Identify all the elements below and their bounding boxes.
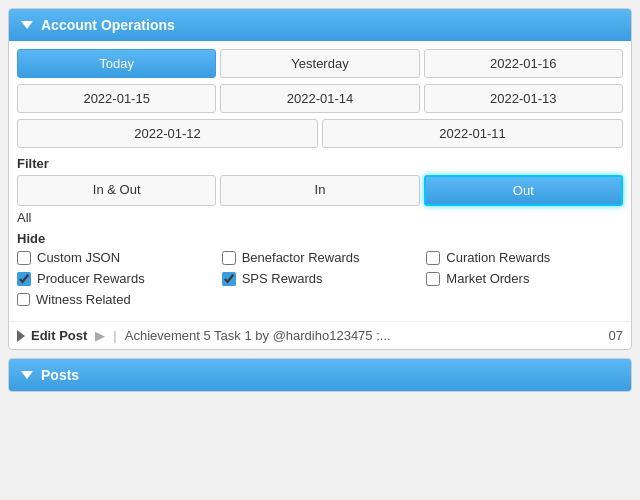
checkbox-sps-rewards[interactable] — [222, 272, 236, 286]
posts-title: Posts — [41, 367, 79, 383]
hide-sps-rewards-label: SPS Rewards — [242, 271, 323, 286]
hide-producer-rewards[interactable]: Producer Rewards — [17, 271, 214, 286]
hide-items-grid: Custom JSON Benefactor Rewards Curation … — [17, 250, 623, 286]
expand-icon[interactable] — [17, 330, 25, 342]
hide-custom-json[interactable]: Custom JSON — [17, 250, 214, 265]
account-operations-header: Account Operations — [9, 9, 631, 41]
hide-benefactor-rewards[interactable]: Benefactor Rewards — [222, 250, 419, 265]
filter-label: Filter — [17, 156, 623, 171]
account-operations-title: Account Operations — [41, 17, 175, 33]
hide-benefactor-rewards-label: Benefactor Rewards — [242, 250, 360, 265]
edit-post-row: Edit Post ▶ | Achievement 5 Task 1 by @h… — [9, 321, 631, 349]
edit-post-achievement: Achievement 5 Task 1 by @hardiho123475 :… — [125, 328, 601, 343]
date-yesterday[interactable]: Yesterday — [220, 49, 419, 78]
account-operations-content: Today Yesterday 2022-01-16 2022-01-15 20… — [9, 41, 631, 321]
hide-curation-rewards[interactable]: Curation Rewards — [426, 250, 623, 265]
edit-post-divider: ▶ — [95, 328, 105, 343]
date-2022-01-15[interactable]: 2022-01-15 — [17, 84, 216, 113]
date-2022-01-14[interactable]: 2022-01-14 — [220, 84, 419, 113]
hide-witness-related-label: Witness Related — [36, 292, 131, 307]
hide-sps-rewards[interactable]: SPS Rewards — [222, 271, 419, 286]
posts-header: Posts — [9, 359, 631, 391]
filter-out[interactable]: Out — [424, 175, 623, 206]
checkbox-producer-rewards[interactable] — [17, 272, 31, 286]
date-row-1: Today Yesterday 2022-01-16 — [17, 49, 623, 78]
date-2022-01-11[interactable]: 2022-01-11 — [322, 119, 623, 148]
hide-market-orders[interactable]: Market Orders — [426, 271, 623, 286]
account-operations-panel: Account Operations Today Yesterday 2022-… — [8, 8, 632, 350]
edit-post-pipe: | — [113, 328, 116, 343]
date-today[interactable]: Today — [17, 49, 216, 78]
edit-post-left: Edit Post — [17, 328, 87, 343]
hide-label: Hide — [17, 231, 623, 246]
posts-panel: Posts — [8, 358, 632, 392]
checkbox-witness-related[interactable] — [17, 293, 30, 306]
date-row-2: 2022-01-15 2022-01-14 2022-01-13 — [17, 84, 623, 113]
edit-post-number: 07 — [609, 328, 623, 343]
hide-producer-rewards-label: Producer Rewards — [37, 271, 145, 286]
date-2022-01-12[interactable]: 2022-01-12 — [17, 119, 318, 148]
hide-witness-related[interactable]: Witness Related — [17, 292, 623, 307]
filter-in-out[interactable]: In & Out — [17, 175, 216, 206]
hide-curation-rewards-label: Curation Rewards — [446, 250, 550, 265]
date-2022-01-13[interactable]: 2022-01-13 — [424, 84, 623, 113]
checkbox-curation-rewards[interactable] — [426, 251, 440, 265]
date-2022-01-16[interactable]: 2022-01-16 — [424, 49, 623, 78]
checkbox-benefactor-rewards[interactable] — [222, 251, 236, 265]
hide-custom-json-label: Custom JSON — [37, 250, 120, 265]
checkbox-custom-json[interactable] — [17, 251, 31, 265]
posts-collapse-icon[interactable] — [21, 371, 33, 379]
filter-buttons: In & Out In Out — [17, 175, 623, 206]
checkbox-market-orders[interactable] — [426, 272, 440, 286]
edit-post-label[interactable]: Edit Post — [31, 328, 87, 343]
collapse-icon[interactable] — [21, 21, 33, 29]
date-row-3: 2022-01-12 2022-01-11 — [17, 119, 623, 148]
filter-all: All — [17, 210, 623, 225]
hide-market-orders-label: Market Orders — [446, 271, 529, 286]
filter-in[interactable]: In — [220, 175, 419, 206]
